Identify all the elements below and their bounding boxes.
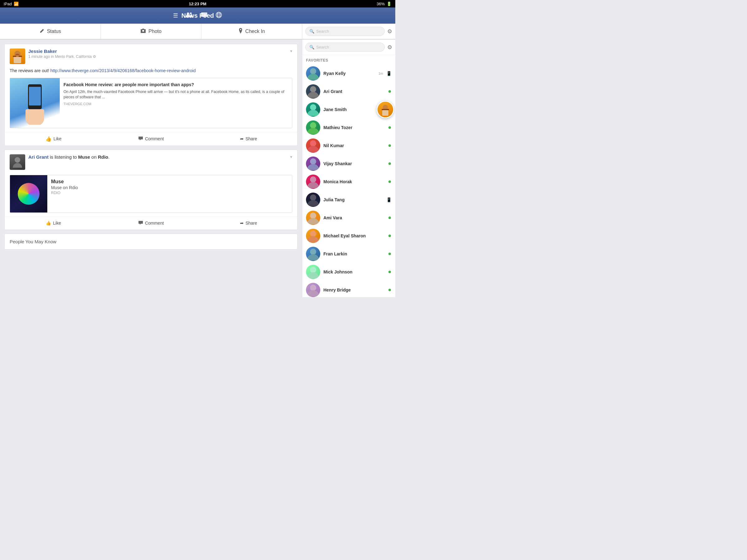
friend-name-ami-vara: Ami Vara bbox=[324, 215, 385, 220]
post-link[interactable]: http://www.theverge.com/2013/4/9/4206168… bbox=[50, 68, 196, 73]
link-preview-desc: On April 12th, the much-vaunted Facebook… bbox=[63, 89, 288, 100]
svg-point-8 bbox=[142, 30, 144, 32]
photo-button[interactable]: Photo bbox=[101, 24, 202, 39]
avatar-fran-larkin bbox=[306, 247, 320, 261]
checkin-button[interactable]: Check In bbox=[201, 24, 302, 39]
comment-button[interactable]: Comment bbox=[102, 134, 200, 144]
avatar-ari-grant[interactable] bbox=[10, 154, 25, 170]
ryan-kelly-time: 1m bbox=[379, 72, 383, 75]
link-preview[interactable]: Facebook Home review: are people more im… bbox=[10, 78, 292, 128]
wifi-icon: 📶 bbox=[14, 2, 19, 6]
friend-name-henry-bridge: Henry Bridge bbox=[324, 288, 385, 292]
share-button[interactable]: ➦ Share bbox=[200, 134, 297, 144]
share-icon: ➦ bbox=[240, 136, 244, 141]
post-content: The reviews are out! http://www.theverge… bbox=[5, 66, 297, 78]
michael-eyal-sharon-online-status bbox=[388, 234, 391, 238]
post-author-name[interactable]: Jessie Baker bbox=[28, 49, 96, 54]
post-ari-grant: Ari Grant is listening to Muse on Rdio. … bbox=[4, 150, 298, 230]
music-subtitle: Muse on Rdio bbox=[51, 185, 78, 190]
nil-kumar-online-status bbox=[388, 144, 391, 148]
globe-nav-icon[interactable] bbox=[215, 11, 222, 20]
post2-chevron-down-icon[interactable]: ▾ bbox=[290, 154, 292, 159]
svg-rect-12 bbox=[14, 57, 21, 63]
status-bar-time: 12:23 PM bbox=[189, 2, 206, 6]
friend-item-mick-johnson[interactable]: Mick Johnson bbox=[302, 263, 395, 281]
post-author-info: Jessie Baker 1 minute ago in Menlo Park,… bbox=[28, 49, 96, 59]
people-section-title: People You May Know bbox=[10, 239, 292, 244]
floating-profile-avatar bbox=[377, 101, 394, 118]
post-chevron-down-icon[interactable]: ▾ bbox=[290, 49, 292, 54]
friend-item-monica-horak[interactable]: Monica Horak bbox=[302, 173, 395, 191]
post-time: 1 minute ago in Menlo Park, California bbox=[28, 54, 92, 59]
pin-icon bbox=[238, 28, 243, 35]
post2-thumbs-up-icon: 👍 bbox=[46, 220, 51, 225]
friend-item-mathieu-tozer[interactable]: Mathieu Tozer bbox=[302, 118, 395, 137]
like-button[interactable]: 👍 Like bbox=[5, 134, 102, 144]
friend-item-ami-vara[interactable]: Ami Vara bbox=[302, 209, 395, 227]
link-preview-title: Facebook Home review: are people more im… bbox=[63, 82, 288, 87]
avatar-vijay-shankar bbox=[306, 157, 320, 171]
share-label: Share bbox=[246, 136, 257, 141]
svg-point-28 bbox=[310, 177, 316, 183]
main-layout: Jessie Baker 1 minute ago in Menlo Park,… bbox=[0, 39, 395, 297]
hamburger-menu-button[interactable]: ☰ bbox=[173, 12, 178, 19]
friend-item-ryan-kelly[interactable]: Ryan Kelly 1m 📱 bbox=[302, 64, 395, 82]
status-button[interactable]: Status bbox=[0, 24, 101, 39]
avatar-ami-vara bbox=[306, 211, 320, 225]
svg-point-29 bbox=[310, 194, 316, 201]
monica-horak-online-status bbox=[388, 180, 391, 184]
avatar-jessie-baker[interactable] bbox=[10, 49, 25, 64]
mathieu-tozer-online-status bbox=[388, 126, 391, 129]
sidebar-gear-icon[interactable]: ⚙ bbox=[387, 44, 392, 51]
sidebar-search-placeholder: Search bbox=[316, 45, 329, 50]
svg-point-9 bbox=[240, 29, 241, 30]
action-bar: Status Photo Check In bbox=[0, 24, 302, 39]
svg-point-27 bbox=[310, 158, 316, 165]
svg-rect-24 bbox=[382, 110, 388, 116]
comment-icon bbox=[138, 136, 143, 141]
avatar-michael-eyal-sharon bbox=[306, 229, 320, 243]
post2-comment-button[interactable]: Comment bbox=[102, 219, 200, 228]
people-you-may-know-section: People You May Know bbox=[4, 234, 298, 249]
svg-point-19 bbox=[310, 68, 316, 74]
search-box[interactable]: 🔍 Search bbox=[305, 27, 385, 36]
post2-author-name[interactable]: Ari Grant bbox=[28, 154, 49, 160]
gear-post-icon: ⚙ bbox=[93, 54, 96, 59]
music-source: RDIO bbox=[51, 191, 78, 195]
fran-larkin-online-status bbox=[388, 252, 391, 256]
post2-actions: 👍 Like Comment ➦ Share bbox=[5, 216, 297, 230]
friend-name-ryan-kelly: Ryan Kelly bbox=[324, 71, 376, 76]
friend-item-fran-larkin[interactable]: Fran Larkin bbox=[302, 245, 395, 263]
sidebar: 🔍 Search ⚙ FAVORITES Ryan Kelly 1m 📱 Ari… bbox=[302, 39, 395, 297]
post2-like-label: Like bbox=[53, 220, 61, 225]
friend-item-nil-kumar[interactable]: Nil Kumar bbox=[302, 137, 395, 155]
friend-name-michael-eyal-sharon: Michael Eyal Sharon bbox=[324, 233, 385, 238]
favorites-header: FAVORITES bbox=[302, 55, 395, 64]
music-preview[interactable]: Muse Muse on Rdio RDIO bbox=[10, 175, 292, 213]
friend-item-ari-grant[interactable]: Ari Grant bbox=[302, 82, 395, 101]
sidebar-search-box[interactable]: 🔍 Search bbox=[305, 43, 385, 52]
photo-btn-label: Photo bbox=[149, 29, 161, 34]
friend-name-ari-grant: Ari Grant bbox=[324, 89, 385, 94]
friend-item-jane-smith[interactable]: Jane Smith bbox=[302, 101, 395, 118]
friend-item-michael-eyal-sharon[interactable]: Michael Eyal Sharon bbox=[302, 227, 395, 245]
friend-item-henry-bridge[interactable]: Henry Bridge bbox=[302, 281, 395, 297]
svg-rect-17 bbox=[26, 109, 44, 118]
ami-vara-online-status bbox=[388, 216, 391, 220]
svg-point-30 bbox=[310, 212, 316, 219]
post2-like-button[interactable]: 👍 Like bbox=[5, 219, 102, 228]
music-artist-title: Muse bbox=[51, 179, 78, 185]
avatar-nil-kumar bbox=[306, 138, 320, 153]
post2-artist: Muse bbox=[78, 154, 90, 160]
post2-share-button[interactable]: ➦ Share bbox=[200, 219, 297, 228]
pencil-icon bbox=[40, 28, 45, 34]
friend-item-vijay-shankar[interactable]: Vijay Shankar bbox=[302, 155, 395, 173]
post-header: Jessie Baker 1 minute ago in Menlo Park,… bbox=[5, 44, 297, 66]
battery-icon: 🔋 bbox=[387, 2, 391, 6]
svg-point-18 bbox=[15, 157, 20, 163]
friend-item-julia-tang[interactable]: Julia Tang 📱 bbox=[302, 191, 395, 209]
avatar-henry-bridge bbox=[306, 283, 320, 297]
status-bar-left: iPad 📶 bbox=[4, 2, 19, 6]
status-bar: iPad 📶 12:23 PM 36% 🔋 bbox=[0, 0, 395, 7]
settings-gear-icon[interactable]: ⚙ bbox=[387, 28, 392, 35]
